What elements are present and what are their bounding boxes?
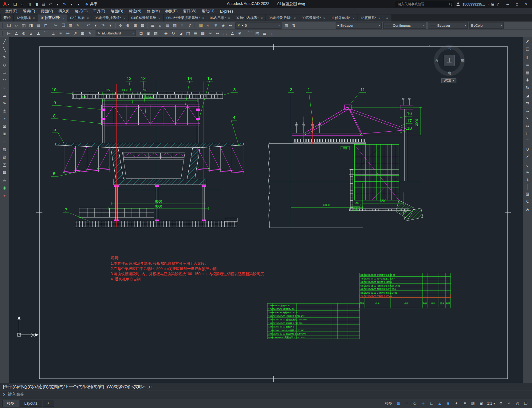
rotate-icon[interactable]: ↻	[170, 30, 177, 37]
doc-tab-02[interactable]: 02主构架×	[67, 14, 92, 22]
grid-icon[interactable]: ▦	[395, 400, 402, 407]
divide-tool-icon[interactable]: ◉	[1, 184, 8, 191]
open-file-icon[interactable]: ▱	[19, 2, 26, 6]
redo-dropdown-icon[interactable]: ▾	[68, 2, 75, 6]
point-tool-icon[interactable]: ∙	[1, 138, 8, 145]
menu-draw[interactable]: 绘图(D)	[108, 8, 126, 14]
zoom-window-icon[interactable]: ⊞	[132, 22, 139, 29]
ucs-icon[interactable]	[18, 316, 39, 337]
trim-icon[interactable]: ✂	[524, 115, 531, 122]
tab-close-icon[interactable]: ×	[33, 16, 35, 20]
tab-close-icon[interactable]: ×	[123, 16, 125, 20]
menu-help[interactable]: 帮助(H)	[199, 8, 217, 14]
ellipse-tool-icon[interactable]: ◎	[1, 107, 8, 114]
layer-lock-icon[interactable]: ◈	[219, 22, 227, 29]
doc-tab-11[interactable]: 11低外侧模*×	[328, 14, 357, 22]
tab-close-icon[interactable]: ×	[159, 16, 160, 20]
move-icon[interactable]: ✚	[162, 30, 170, 37]
doc-tab-05[interactable]: 05内外滑梁提吊系统*×	[164, 14, 207, 22]
line-tool-icon[interactable]: ╱	[1, 38, 8, 45]
offset-icon[interactable]: ≋	[192, 30, 199, 37]
scale-icon[interactable]: ◢	[524, 92, 531, 99]
gradient-tool-icon[interactable]: ▧	[1, 153, 8, 160]
menu-window[interactable]: 窗口(W)	[180, 8, 199, 14]
undo-dropdown-icon[interactable]: ▾	[54, 2, 61, 6]
new-layout-button[interactable]: +	[43, 400, 54, 407]
doc-tab-08[interactable]: 08走行及后锚*×	[266, 14, 299, 22]
distance-icon[interactable]: ↔	[268, 30, 276, 37]
insert-block-icon[interactable]: ⊡	[137, 30, 145, 37]
annotation-scale-button[interactable]: 1:1 ▾	[486, 400, 496, 407]
transparency-icon[interactable]: ▨	[469, 400, 477, 407]
drawing-area[interactable]: ⌂ 北 南 东 西 上 WCS ▾	[9, 37, 523, 383]
dim-baseline-icon[interactable]: ≡	[57, 30, 64, 37]
explode-icon[interactable]: ✳	[236, 30, 243, 37]
cut-icon[interactable]: ✂	[52, 22, 60, 29]
redo-icon[interactable]: ↷	[61, 2, 68, 6]
compass-north[interactable]: 北	[447, 46, 451, 51]
open-file-icon[interactable]: ▱	[13, 22, 20, 29]
layer-properties-icon[interactable]: ▦	[197, 22, 205, 29]
measure-icon[interactable]: ⌒	[246, 30, 254, 37]
new-file-icon[interactable]: ❏	[12, 2, 18, 6]
tab-close-icon[interactable]: ×	[378, 16, 380, 20]
undo-icon[interactable]: ↶	[47, 2, 54, 6]
minimize-button[interactable]: ─	[503, 1, 512, 8]
new-drawing-tab-button[interactable]: +	[383, 14, 391, 22]
share-button[interactable]: ❖ 共享	[85, 2, 97, 7]
menu-express[interactable]: Express	[217, 8, 236, 14]
infer-constraints-icon[interactable]: ◇	[411, 400, 419, 407]
view-compass[interactable]: 北 南 东 西 上	[434, 45, 465, 76]
tab-close-icon[interactable]: ×	[261, 16, 263, 20]
lineweight-control[interactable]: ——ByLayer▾	[428, 22, 468, 29]
rotate-icon[interactable]: ↻	[524, 84, 531, 91]
table-tool-icon[interactable]: ▦	[1, 169, 8, 176]
model-tab[interactable]: 模型	[2, 400, 19, 407]
zoom-realtime-icon[interactable]: ⊕	[124, 22, 132, 29]
drawing-canvas[interactable]: 525 1350 785 180 5080 8500 9000 3000 600…	[9, 37, 523, 383]
doc-tab-03[interactable]: 03走行悬挂系统*×	[92, 14, 128, 22]
dim-style-icon[interactable]: ✎	[86, 30, 94, 37]
doc-tab-06[interactable]: 06内吊带*×	[207, 14, 233, 22]
isolate-objects-icon[interactable]: ◎	[514, 400, 521, 407]
move-icon[interactable]: ✚	[524, 77, 531, 84]
new-file-icon[interactable]: ❏	[5, 22, 13, 29]
explode-icon[interactable]: ✳	[524, 176, 531, 184]
copy-icon[interactable]: ❐	[60, 22, 67, 29]
toolbar-grip[interactable]	[2, 31, 4, 36]
search-icon[interactable]	[449, 3, 452, 6]
arc-tool-icon[interactable]: ◠	[1, 77, 8, 84]
polygon-tool-icon[interactable]: ◇	[1, 61, 8, 68]
break-at-point-icon[interactable]: ⊢	[524, 130, 531, 137]
circle-tool-icon[interactable]: ○	[1, 84, 8, 91]
save-as-icon[interactable]: ◨	[33, 2, 40, 6]
polyline-tool-icon[interactable]: ↯	[1, 53, 8, 61]
stretch-icon[interactable]: ↹	[524, 100, 531, 107]
break-icon[interactable]: ⌒	[524, 138, 531, 145]
tab-close-icon[interactable]: ×	[294, 16, 296, 20]
dim-linear-icon[interactable]: ⊢	[5, 30, 13, 37]
command-input[interactable]: ❯ 键入命令	[0, 390, 532, 398]
tab-close-icon[interactable]: ×	[353, 16, 354, 20]
object-snap-tracking-icon[interactable]: ✦	[453, 400, 460, 407]
layer-previous-icon[interactable]: ↤	[227, 22, 234, 29]
doc-tab-07[interactable]: 07跨中内模系*×	[233, 14, 266, 22]
zoom-previous-icon[interactable]: ⊟	[139, 22, 146, 29]
menu-dimension[interactable]: 标注(N)	[126, 8, 144, 14]
join-icon[interactable]: ∪	[524, 146, 531, 153]
doc-tab-13[interactable]: 13低顶模×	[14, 14, 38, 22]
tab-close-icon[interactable]: ×	[202, 16, 204, 20]
dim-radius-icon[interactable]: ⊙	[20, 30, 27, 37]
clean-screen-icon[interactable]: ❒	[522, 400, 530, 407]
osnap-icon[interactable]: ⊕	[444, 400, 452, 407]
layer-states-icon[interactable]: ▧	[283, 22, 290, 29]
maximize-button[interactable]: □	[512, 1, 522, 8]
copy-icon[interactable]: ❐	[524, 46, 531, 53]
doc-tab-start[interactable]: 开始	[1, 14, 14, 22]
app-store-icon[interactable]: ⊞	[491, 2, 494, 6]
annotation-monitor-icon[interactable]: ✓	[506, 400, 513, 407]
dim-ordinate-icon[interactable]: ⊥	[49, 30, 57, 37]
chamfer-icon[interactable]: ∠	[229, 30, 236, 37]
undo-icon[interactable]: ↶	[85, 22, 92, 29]
text-edit-icon[interactable]: A	[524, 206, 531, 213]
